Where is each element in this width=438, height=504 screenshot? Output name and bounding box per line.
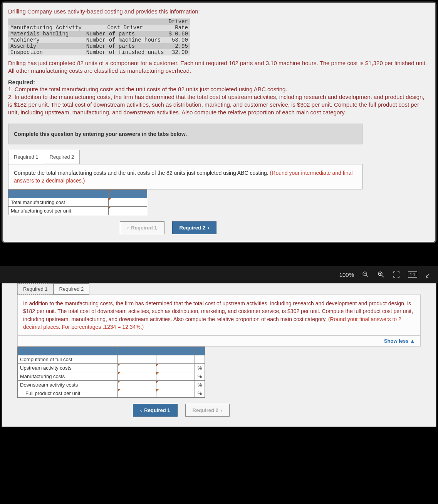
intro-text: Drilling Company uses activity-based cos…: [8, 8, 430, 15]
row-total-mfg: Total manufacturing cost: [8, 198, 109, 207]
tabs-2: Required 1 Required 2: [17, 283, 436, 295]
inp-full-2[interactable]: [156, 389, 195, 398]
inp-upstream-2[interactable]: [156, 364, 195, 372]
fullscreen-icon[interactable]: [393, 271, 400, 278]
nav-buttons-2: ‹ Required 1 Required 2 ›: [133, 404, 421, 417]
inp-upstream-1[interactable]: [118, 364, 156, 372]
nav-buttons-1: ‹ Required 1 Required 2 ›: [120, 221, 430, 234]
row-mfg: Manufacturing costs: [18, 372, 118, 381]
tab-required-2[interactable]: Required 2: [44, 150, 80, 164]
inp-mfg-2[interactable]: [156, 372, 195, 381]
input-cost-per-unit[interactable]: [109, 207, 147, 215]
inp-down-2[interactable]: [156, 381, 195, 389]
tab-required-1[interactable]: Required 1: [8, 150, 44, 164]
tab2-required-1[interactable]: Required 1: [17, 283, 54, 295]
required-header: Required:: [8, 79, 430, 85]
zoom-out-icon[interactable]: [362, 271, 369, 278]
prev-button-2[interactable]: ‹ Required 1: [133, 404, 178, 417]
instruction-band: Complete this question by entering your …: [8, 124, 362, 144]
row-cost-per-unit: Manufacturing cost per unit: [8, 207, 109, 215]
answer-table-1: Total manufacturing cost Manufacturing c…: [8, 189, 147, 215]
prev-button[interactable]: ‹ Required 1: [120, 221, 164, 234]
row-computation: Computation of full cost:: [18, 355, 118, 364]
chevron-right-icon: ›: [221, 407, 222, 413]
zoom-in-icon[interactable]: [377, 271, 385, 278]
prompt-box-2: In addition to the manufacturing costs, …: [17, 295, 421, 336]
inp-full-1[interactable]: [118, 389, 156, 398]
prompt-black: Compute the total manufacturing costs an…: [14, 170, 270, 176]
zoom-level: 100%: [339, 271, 354, 278]
row-full: Full product cost per unit: [18, 389, 118, 398]
next-button-2[interactable]: Required 2 ›: [185, 404, 230, 417]
paragraph-1: Drilling has just completed 82 units of …: [8, 59, 430, 75]
chevron-right-icon: ›: [208, 225, 209, 231]
answer-table-2: Computation of full cost: Upstream activ…: [17, 347, 205, 398]
row-upstream: Upstream activity costs: [18, 364, 118, 372]
svg-line-4: [382, 275, 384, 277]
requirement-2: 2. In addition to the manufacturing cost…: [8, 93, 430, 117]
next-button[interactable]: Required 2 ›: [172, 221, 217, 234]
expand-icon[interactable]: [425, 271, 433, 278]
row-downstream: Downstream activity costs: [18, 381, 118, 389]
show-less-link[interactable]: Show less ▲: [17, 336, 421, 347]
triangle-up-icon: ▲: [409, 338, 415, 344]
input-total-mfg[interactable]: [109, 198, 147, 207]
inp-mfg-1[interactable]: [118, 372, 156, 381]
requirement-1: 1. Compute the total manufacturing costs…: [8, 85, 430, 93]
tab2-required-2[interactable]: Required 2: [54, 283, 90, 295]
ratio-icon[interactable]: 1:1: [408, 271, 417, 278]
chevron-left-icon: ‹: [127, 225, 129, 231]
prompt-box-1: Compute the total manufacturing costs an…: [8, 164, 362, 190]
question-panel-1: Drilling Company uses activity-based cos…: [2, 2, 436, 243]
chevron-left-icon: ‹: [140, 407, 142, 413]
tabs-1: Required 1 Required 2: [8, 150, 430, 164]
viewer-toolbar: 100% 1:1: [0, 266, 438, 283]
question-panel-2: Required 1 Required 2 In addition to the…: [2, 283, 436, 427]
cost-driver-table: Driver Manufacturing ActivityCost Driver…: [8, 18, 190, 55]
svg-line-1: [366, 275, 368, 277]
inp-down-1[interactable]: [118, 381, 156, 389]
